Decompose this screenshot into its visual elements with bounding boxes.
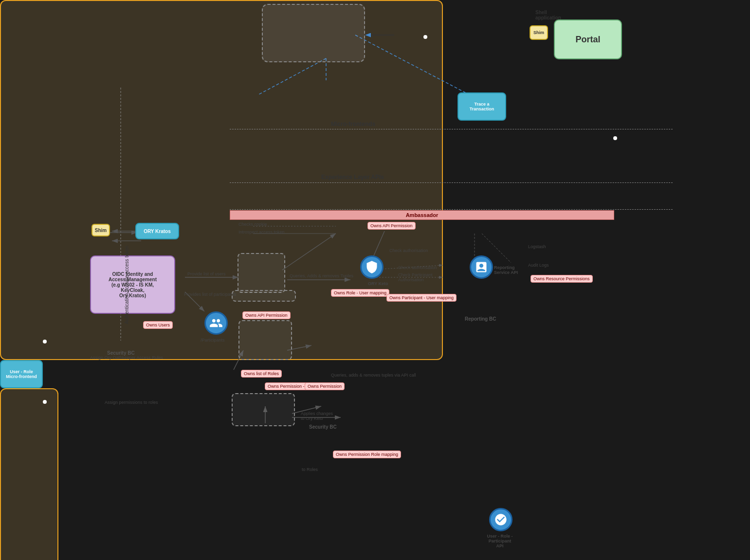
- portal-box: Portal: [554, 19, 622, 59]
- oidc-iam: OIDC Identity and Access Management (e.g…: [90, 255, 175, 314]
- ory-keto-icon: [360, 255, 384, 279]
- owns-permission-role-mapping: Owns Permission Role mapping: [333, 451, 401, 458]
- owns-resource-permissions: Owns Resource Permissions: [530, 275, 593, 283]
- applies-changes-label: Applies changes to Ory Keto: [301, 411, 333, 421]
- check-participant-auth: Check Participant Authorisation: [398, 272, 433, 282]
- user-role-participant-api-label: User - Role - Participant API: [477, 534, 523, 548]
- participants-icon: [204, 311, 228, 335]
- introspect-access-token-label: Introspect access token: [238, 230, 285, 235]
- dot-3: [43, 340, 47, 343]
- dot-1: [423, 35, 427, 39]
- dot-2: [613, 136, 617, 140]
- main-orange-container: Micro-frontends Experience Layer APIs: [0, 0, 443, 360]
- queries-adds-removes: Queries, Adds & removes Tuples: [290, 273, 353, 278]
- main-canvas: Shell application Shim Portal Micro-fron…: [0, 0, 750, 560]
- shell-application-container: Shell application Shim Portal: [262, 4, 365, 62]
- ory-kratos: ORY Kratos: [135, 223, 179, 239]
- experience-layer-label: Experience Layer APIs: [321, 174, 384, 181]
- logstash-label: Logstash: [528, 244, 546, 249]
- auth-label: Authentication - create access token: [124, 246, 129, 324]
- user-role-participant-icon: [489, 508, 512, 531]
- operational-apis-box: operational API's: [232, 290, 296, 302]
- ory-oathkeeper-rules-box: Ory Oathkeeper Rules: [238, 320, 292, 360]
- security-bc-2-label: Security BC: [309, 424, 337, 430]
- owns-permission: Owns Permission: [305, 382, 345, 390]
- queries-via-api-label: Queries, adds & removes tuples via API c…: [331, 373, 416, 378]
- trace-transaction: Trace a Transaction: [457, 92, 506, 121]
- checks-cookie-label: Checks cookie: [238, 222, 267, 227]
- provides-list-participants: Provides list of participants: [184, 292, 236, 297]
- trace-transaction-container: Trace a Transaction: [0, 388, 58, 560]
- dot-4: [43, 400, 47, 404]
- check-auth-2: Check authorisation: [398, 265, 437, 270]
- reporting-service-api-label: Reporting Service API: [494, 265, 518, 275]
- owns-participant-user: Owns Participant - User mapping: [386, 294, 457, 302]
- reporting-service-icon: [470, 255, 493, 279]
- user-role-microfrontend: User - Role Micro-frontend: [0, 360, 43, 388]
- shell-application-label: Shell application: [535, 10, 561, 20]
- shim-portal: Shim: [530, 25, 548, 40]
- reporting-bc-label: Reporting BC: [465, 316, 496, 322]
- owns-users: Owns Users: [143, 321, 173, 329]
- ory-keto-label: ORY Keto: [368, 281, 388, 286]
- permissions-to-roles-box: Permissions associated to Roles: [232, 393, 295, 426]
- assign-ory-label: Assign Ory Oathkeeper Access Rules: [90, 355, 163, 360]
- owns-api-permission-1: Owns API Permission: [367, 222, 416, 230]
- participants-label: /Participants: [201, 338, 225, 343]
- owns-list-roles: Owns list of Roles: [241, 370, 282, 378]
- check-auth-1: Check authorisation: [389, 248, 428, 253]
- user-role-participant-dashed: User - Role - Participant API: [238, 253, 285, 293]
- owns-api-permission-2: Owns API Permission: [242, 311, 291, 319]
- provide-list-users: Provide list of users: [187, 271, 226, 276]
- assign-permissions-label: Assign permissions to roles: [105, 400, 158, 405]
- audit-logs-label: Audit Logs: [528, 263, 549, 268]
- owns-role-user: Owns Role - User mapping: [331, 289, 389, 297]
- ambassador-bar: Ambassador: [230, 210, 614, 220]
- shim-left: Shim: [91, 224, 110, 236]
- microfrontends-label: Micro-frontends: [331, 121, 375, 127]
- to-roles-label: to Roles: [302, 467, 318, 472]
